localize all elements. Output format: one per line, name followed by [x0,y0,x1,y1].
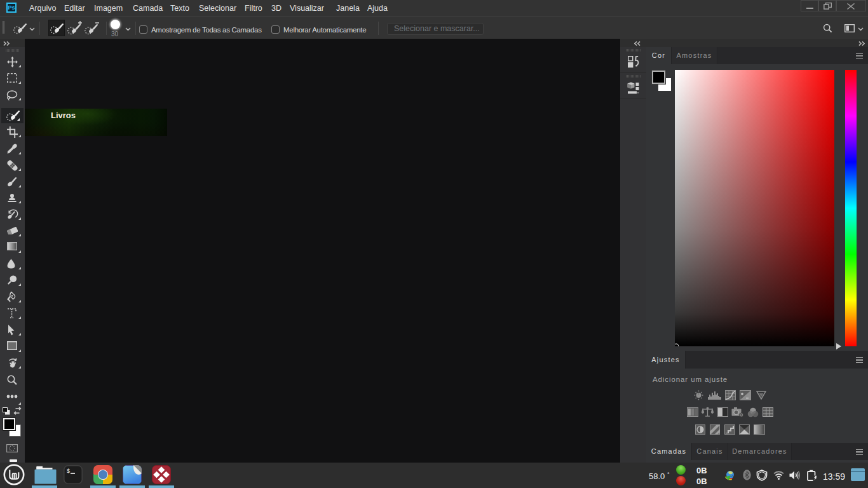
svg-text:$: $ [67,468,70,474]
